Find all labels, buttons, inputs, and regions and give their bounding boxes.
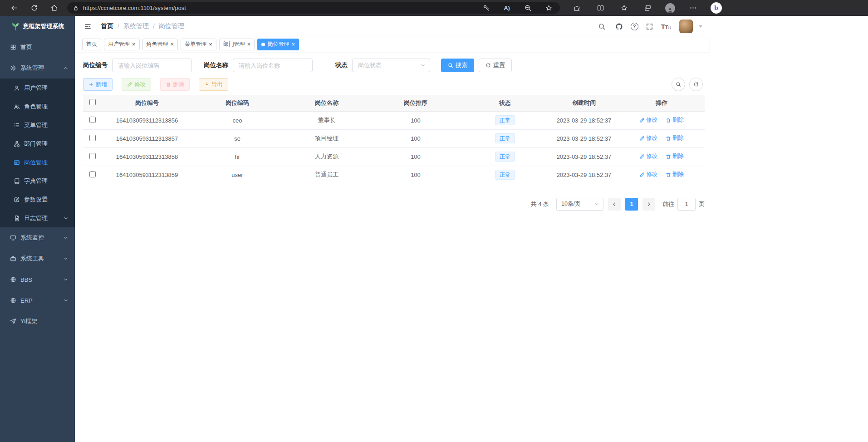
sidebar-item-label: 部门管理: [24, 140, 48, 148]
sidebar-item-system[interactable]: 系统管理: [0, 58, 75, 79]
avatar-caret-down-icon[interactable]: [699, 25, 702, 28]
status-badge: 正常: [495, 133, 515, 143]
table-row[interactable]: 1641030593112313856 ceo 董事长 100 正常 2023-…: [83, 111, 705, 129]
sidebar-item-roles[interactable]: 角色管理: [0, 97, 75, 116]
browser-more-icon[interactable]: [687, 2, 699, 14]
status-badge: 正常: [495, 115, 515, 125]
collections-icon[interactable]: [642, 2, 653, 14]
browser-home-button[interactable]: [48, 2, 60, 14]
search-button[interactable]: 搜索: [441, 59, 474, 72]
sidebar-item-menus[interactable]: 菜单管理: [0, 116, 75, 134]
row-checkbox[interactable]: [89, 153, 96, 159]
table-row[interactable]: 1641030593112313859 user 普通员工 100 正常 202…: [83, 166, 705, 184]
zoom-out-icon[interactable]: [522, 2, 534, 14]
row-edit-button[interactable]: 修改: [639, 134, 657, 142]
close-icon[interactable]: ×: [171, 41, 174, 47]
saved-password-key-icon[interactable]: [480, 2, 492, 14]
next-page-button[interactable]: [642, 198, 655, 211]
add-favorite-star-icon[interactable]: [543, 2, 554, 14]
sidebar-item-erp[interactable]: ERP: [0, 290, 75, 311]
sidebar-item-label: 系统监控: [20, 234, 44, 242]
edit-button[interactable]: 修改: [122, 78, 151, 91]
close-icon[interactable]: ×: [209, 41, 212, 47]
sidebar-item-logs[interactable]: 日志管理: [0, 209, 75, 227]
cell-post-sort: 100: [371, 147, 461, 166]
sidebar-item-users[interactable]: 用户管理: [0, 79, 75, 97]
extensions-icon[interactable]: [571, 2, 583, 14]
tab-home[interactable]: 首页: [82, 39, 101, 50]
sidebar-item-label: 参数设置: [24, 196, 48, 204]
sidebar-item-tools[interactable]: 系统工具: [0, 248, 75, 269]
goto-page-input[interactable]: [677, 198, 696, 211]
add-button[interactable]: 新增: [83, 78, 113, 91]
row-checkbox[interactable]: [89, 135, 96, 141]
row-checkbox[interactable]: [89, 171, 96, 177]
post-name-input[interactable]: [233, 59, 313, 72]
tab-post-management[interactable]: 岗位管理 ×: [257, 39, 299, 50]
font-size-icon[interactable]: T: [661, 23, 671, 30]
fullscreen-icon[interactable]: [644, 20, 656, 32]
header-search-icon[interactable]: [596, 20, 608, 32]
user-avatar[interactable]: [679, 20, 693, 33]
table-row[interactable]: 1641030593112313857 se 项目经理 100 正常 2023-…: [83, 129, 705, 147]
cell-created-time: 2023-03-29 18:52:37: [549, 129, 618, 147]
row-delete-button[interactable]: 删除: [666, 116, 684, 124]
tab-label: 部门管理: [223, 40, 245, 48]
status-select[interactable]: 岗位状态: [352, 59, 430, 72]
copilot-bing-icon[interactable]: [711, 2, 722, 14]
close-icon[interactable]: ×: [247, 41, 251, 47]
tab-menu-management[interactable]: 菜单管理 ×: [181, 39, 216, 50]
export-button[interactable]: 导出: [199, 78, 228, 91]
select-all-checkbox[interactable]: [89, 99, 96, 105]
browser-back-button[interactable]: [8, 2, 20, 14]
toggle-search-button[interactable]: [672, 78, 685, 91]
browser-profile-avatar[interactable]: [665, 3, 675, 13]
browser-refresh-button[interactable]: [28, 2, 40, 14]
split-screen-icon[interactable]: [594, 2, 606, 14]
breadcrumb-current: 岗位管理: [159, 22, 184, 30]
favorites-icon[interactable]: [618, 2, 630, 14]
sidebar-item-parameters[interactable]: 参数设置: [0, 190, 75, 209]
row-edit-button[interactable]: 修改: [639, 152, 657, 160]
url-text[interactable]: https://ccnetcore.com:1101/system/post: [83, 5, 186, 11]
tab-label: 首页: [86, 40, 97, 48]
cell-post-code: ceo: [192, 111, 283, 129]
row-delete-button[interactable]: 删除: [666, 171, 684, 178]
sidebar-item-dictionary[interactable]: 字典管理: [0, 172, 75, 190]
previous-page-button[interactable]: [608, 198, 621, 211]
row-delete-button[interactable]: 删除: [666, 134, 684, 142]
tab-department-management[interactable]: 部门管理 ×: [219, 39, 255, 50]
sidebar-item-bbs[interactable]: BBS: [0, 269, 75, 290]
table-row[interactable]: 1641030593112313858 hr 人力资源 100 正常 2023-…: [83, 147, 705, 166]
row-edit-button[interactable]: 修改: [639, 171, 657, 178]
help-icon[interactable]: [631, 23, 638, 30]
sidebar-item-home[interactable]: 首页: [0, 37, 75, 58]
sidebar-item-monitoring[interactable]: 系统监控: [0, 227, 75, 248]
breadcrumb-home[interactable]: 首页: [101, 22, 113, 30]
edit-icon: [639, 154, 645, 159]
page-size-select[interactable]: 10条/页: [556, 198, 603, 211]
trash-icon: [666, 154, 671, 159]
page-number-button[interactable]: 1: [625, 198, 638, 211]
read-aloud-icon[interactable]: [501, 2, 513, 14]
column-header: 操作: [618, 95, 705, 111]
refresh-table-button[interactable]: [689, 78, 703, 91]
sidebar-item-departments[interactable]: 部门管理: [0, 134, 75, 153]
row-checkbox[interactable]: [89, 117, 96, 123]
post-code-input[interactable]: [112, 59, 192, 72]
sidebar-item-yi-framework[interactable]: Yi框架: [0, 311, 75, 332]
tab-role-management[interactable]: 角色管理 ×: [142, 39, 178, 50]
github-icon[interactable]: [613, 20, 625, 32]
reset-button[interactable]: 重置: [479, 59, 512, 72]
close-icon[interactable]: ×: [132, 41, 136, 47]
sidebar-toggle-button[interactable]: [82, 20, 93, 32]
row-edit-button[interactable]: 修改: [639, 116, 657, 124]
sidebar-item-posts[interactable]: 岗位管理: [0, 153, 75, 172]
row-delete-button[interactable]: 删除: [666, 152, 684, 160]
delete-button[interactable]: 删除: [160, 78, 190, 91]
close-icon[interactable]: ×: [291, 41, 295, 47]
tab-user-management[interactable]: 用户管理 ×: [104, 39, 140, 50]
address-bar[interactable]: https://ccnetcore.com:1101/system/post: [67, 2, 560, 14]
tab-label: 角色管理: [147, 40, 168, 48]
cell-post-name: 人力资源: [283, 147, 371, 166]
